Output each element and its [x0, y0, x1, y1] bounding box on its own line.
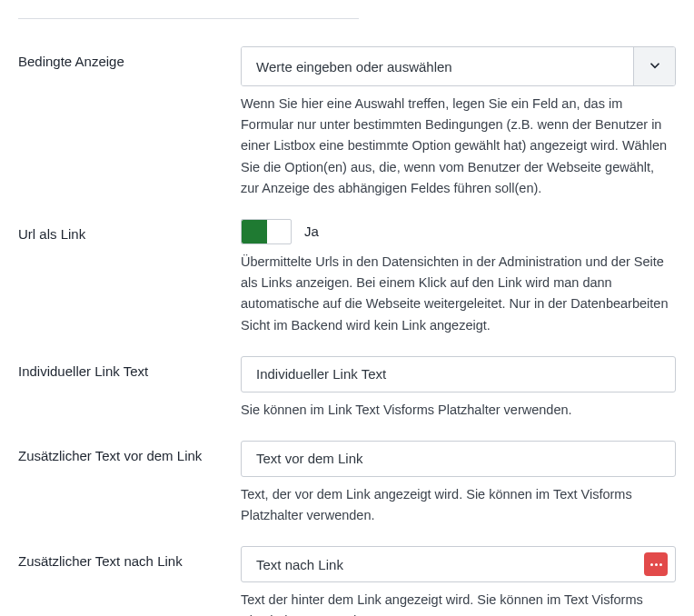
text-after-input[interactable] — [242, 550, 644, 580]
label-url-as-link: Url als Link — [18, 219, 223, 242]
row-text-before: Zusätzlicher Text vor dem Link Text, der… — [18, 441, 676, 526]
url-as-link-toggle[interactable] — [241, 219, 292, 244]
label-link-text: Individueller Link Text — [18, 356, 223, 379]
row-link-text: Individueller Link Text Sie können im Li… — [18, 356, 676, 421]
helper-url-as-link: Übermittelte Urls in den Datensichten in… — [241, 252, 676, 336]
label-conditional-display: Bedingte Anzeige — [18, 46, 223, 69]
row-url-as-link: Url als Link Ja Übermittelte Urls in den… — [18, 219, 676, 336]
toggle-state-label: Ja — [304, 224, 319, 239]
helper-text-after: Text der hinter dem Link angezeigt wird.… — [241, 590, 676, 616]
link-text-input-wrap — [241, 356, 676, 392]
text-after-action-button[interactable] — [644, 552, 668, 576]
select-placeholder-text: Werte eingeben oder auswählen — [242, 47, 633, 85]
helper-link-text: Sie können im Link Text Visforms Platzha… — [241, 400, 676, 421]
text-after-input-wrap — [241, 546, 676, 582]
text-before-input-wrap — [241, 441, 676, 477]
row-conditional-display: Bedingte Anzeige Werte eingeben oder aus… — [18, 46, 676, 199]
conditional-display-select[interactable]: Werte eingeben oder auswählen — [241, 46, 676, 86]
text-before-input[interactable] — [242, 443, 675, 473]
helper-text-before: Text, der vor dem Link angezeigt wird. S… — [241, 484, 676, 526]
chevron-down-icon — [647, 57, 663, 76]
dots-icon — [650, 563, 662, 566]
label-text-before: Zusätzlicher Text vor dem Link — [18, 441, 223, 463]
helper-conditional-display: Wenn Sie hier eine Auswahl treffen, lege… — [241, 94, 676, 199]
toggle-knob — [242, 220, 267, 243]
row-text-after: Zusätzlicher Text nach Link Text der hin… — [18, 546, 676, 616]
section-divider — [18, 18, 359, 19]
link-text-input[interactable] — [242, 359, 675, 389]
select-toggle-button[interactable] — [633, 47, 675, 85]
label-text-after: Zusätzlicher Text nach Link — [18, 546, 223, 569]
